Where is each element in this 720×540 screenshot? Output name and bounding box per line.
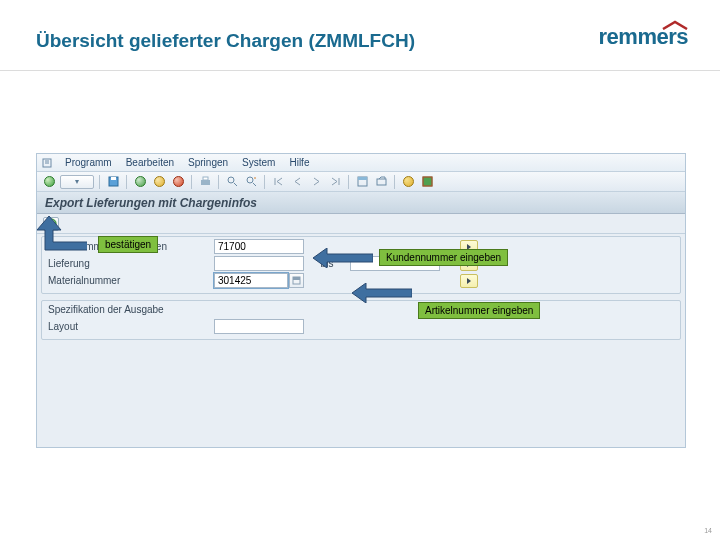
exit-icon[interactable] [151,175,167,189]
shortcut-icon[interactable] [373,175,389,189]
divider [0,70,720,71]
multiple-selection-button[interactable] [460,274,478,288]
separator-icon [126,175,127,189]
layout-menu-icon[interactable] [419,175,435,189]
annotation-arrow-article [352,283,412,303]
page-number: 14 [704,527,712,534]
separator-icon [394,175,395,189]
value-help-button[interactable] [289,273,304,288]
input-lieferung-low[interactable] [214,256,304,271]
input-materialnummer[interactable] [214,273,288,288]
svg-rect-8 [358,177,367,180]
svg-point-5 [228,177,234,183]
annotation-article: Artikelnummer eingeben [418,302,540,319]
svg-marker-18 [352,283,412,303]
svg-rect-9 [377,179,386,185]
enter-icon[interactable] [41,175,57,189]
svg-rect-2 [111,177,116,180]
first-page-icon[interactable] [270,175,286,189]
annotation-confirm: bestätigen [98,236,158,253]
menu-system[interactable]: System [240,156,277,169]
page-title: Übersicht gelieferter Chargen (ZMMLFCH) [36,30,415,52]
separator-icon [99,175,100,189]
annotation-customer: Kundennummer eingeben [379,249,508,266]
command-field[interactable] [60,175,94,189]
help-icon[interactable] [400,175,416,189]
svg-rect-3 [201,180,210,185]
transaction-title: Export Lieferungen mit Chargeninfos [37,192,685,214]
svg-point-6 [247,177,253,183]
brand-logo: remmers [599,24,688,50]
prev-page-icon[interactable] [289,175,305,189]
separator-icon [218,175,219,189]
application-toolbar [37,214,685,234]
group-head-output: Spezifikation der Ausgabe [42,301,680,317]
find-next-icon[interactable] [243,175,259,189]
last-page-icon[interactable] [327,175,343,189]
svg-marker-16 [37,216,87,250]
annotation-arrow-customer [313,248,373,268]
menu-springen[interactable]: Springen [186,156,230,169]
separator-icon [264,175,265,189]
new-session-icon[interactable] [354,175,370,189]
find-icon[interactable] [224,175,240,189]
annotation-arrow-confirm [37,216,87,256]
menu-bearbeiten[interactable]: Bearbeiten [124,156,176,169]
menu-hilfe[interactable]: Hilfe [287,156,311,169]
label-lieferung: Lieferung [48,258,208,269]
label-layout: Layout [48,321,208,332]
print-icon[interactable] [197,175,213,189]
separator-icon [348,175,349,189]
input-kundennummer[interactable] [214,239,304,254]
save-icon[interactable] [105,175,121,189]
menu-bar: Programm Bearbeiten Springen System Hilf… [37,154,685,172]
separator-icon [191,175,192,189]
back-icon[interactable] [132,175,148,189]
command-field-icon[interactable] [41,157,53,169]
label-materialnummer: Materialnummer [48,275,208,286]
svg-rect-15 [293,277,300,280]
input-layout[interactable] [214,319,304,334]
svg-rect-10 [423,177,432,186]
cancel-icon[interactable] [170,175,186,189]
svg-marker-17 [313,248,373,268]
system-toolbar [37,172,685,192]
svg-rect-4 [203,177,208,180]
next-page-icon[interactable] [308,175,324,189]
menu-programm[interactable]: Programm [63,156,114,169]
selection-group-output: Spezifikation der Ausgabe Layout [41,300,681,340]
